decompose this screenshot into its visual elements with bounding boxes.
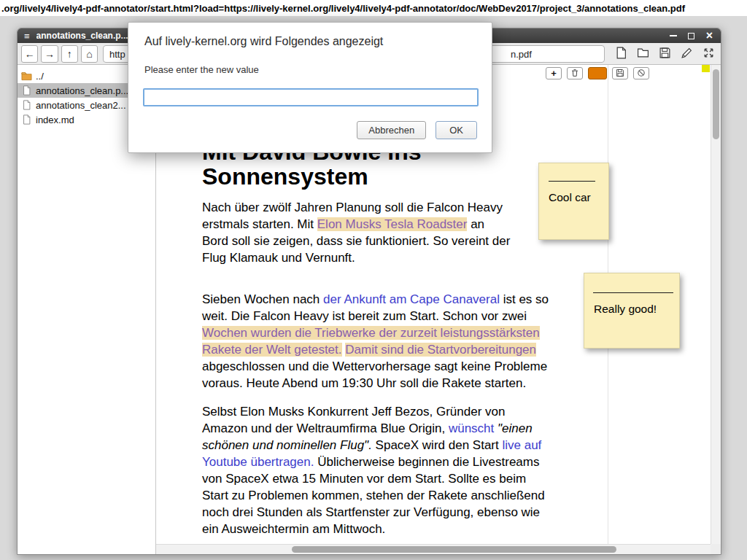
expand-icon	[703, 47, 715, 61]
sticky-note-text: Cool car	[549, 191, 608, 204]
text-run: Sieben Wochen nach	[202, 292, 323, 306]
text-run: SpaceX wird den Start	[372, 438, 503, 452]
maximize-button[interactable]	[686, 31, 696, 41]
file-icon	[21, 85, 32, 96]
text-run: von SpaceX etwa 15 Minuten vor dem Start…	[202, 472, 526, 486]
text-run: an	[467, 217, 484, 231]
text-link[interactable]: live auf	[502, 438, 541, 452]
vertical-scrollbar[interactable]	[711, 65, 721, 544]
file-icon	[21, 100, 32, 110]
file-icon	[21, 114, 32, 125]
folder-icon	[637, 47, 649, 61]
save-file-button[interactable]	[656, 45, 673, 63]
open-folder-button[interactable]	[634, 45, 651, 63]
browser-address-line: .org/lively4/lively4-pdf-annotator/start…	[0, 0, 747, 16]
ok-button[interactable]: OK	[436, 121, 477, 139]
sticky-note[interactable]: Cool car	[538, 163, 609, 240]
highlighted-text: Elon Musks Tesla Roadster	[317, 217, 468, 231]
save-annotations-button[interactable]	[612, 67, 628, 79]
text-run: noch drei Stunden als Startfenster zur V…	[202, 505, 540, 519]
minimize-button[interactable]	[668, 31, 678, 41]
window-controls: ×	[668, 31, 714, 41]
text-run: voraus. Heute Abend um 19:30 Uhr soll di…	[202, 376, 526, 390]
text-run: schönen und nominellen Flug".	[202, 438, 372, 452]
close-button[interactable]: ×	[705, 31, 714, 41]
text-run: Bord soll sie zeigen, dass sie funktioni…	[202, 234, 510, 248]
sticky-note[interactable]: Really good!	[584, 273, 680, 349]
menu-icon[interactable]: ≡	[24, 31, 30, 42]
highlight-color-swatch[interactable]	[588, 67, 607, 79]
highlighted-text: Rakete der Welt getestet.	[202, 343, 342, 357]
sidebar-item-label: ../	[36, 71, 44, 82]
expand-button[interactable]	[700, 45, 717, 63]
text-run: Amazon und der Weltraumfirma Blue Origin…	[202, 421, 449, 435]
scrollbar-corner	[711, 544, 721, 554]
trash-icon	[570, 69, 579, 79]
sidebar-item-label: index.md	[36, 114, 74, 125]
dialog-buttons: Abbrechen OK	[357, 121, 477, 139]
text-run: Flug Klamauk und Vernunft.	[202, 251, 355, 265]
new-file-button[interactable]	[612, 45, 630, 63]
back-button[interactable]: ←	[21, 45, 38, 63]
paragraph: Sieben Wochen nach der Ankunft am Cape C…	[202, 291, 640, 392]
new-file-icon	[615, 47, 627, 61]
delete-annotation-button[interactable]	[567, 67, 583, 79]
horizontal-scrollbar-thumb[interactable]	[292, 546, 616, 553]
url-text-start: http	[109, 49, 125, 60]
cancel-button[interactable]: Abbrechen	[357, 121, 426, 139]
text-run: abgeschlossen und die Wettervorhersage s…	[202, 359, 547, 373]
up-button[interactable]: ↑	[61, 45, 78, 63]
text-run: ein Ausweichtermin am Mittwoch.	[202, 522, 385, 536]
note-line	[593, 292, 673, 293]
maximize-icon	[688, 33, 694, 39]
dialog-prompt: Please enter the new value	[144, 64, 476, 75]
text-run: weit. Die Falcon Heavy ist bereit zum St…	[202, 309, 527, 323]
cancel-annotation-button[interactable]	[633, 67, 649, 79]
home-button[interactable]: ⌂	[81, 45, 98, 63]
sticky-note-text: Really good!	[594, 303, 679, 316]
forward-button[interactable]: →	[41, 45, 58, 63]
minimize-icon	[670, 35, 677, 36]
text-run: Üblicherweise beginnen die Livestreams	[314, 455, 539, 469]
save-icon	[659, 47, 671, 61]
text-run: erstmals starten. Mit	[202, 217, 317, 231]
paragraph: Selbst Elon Musks Konkurrent Jeff Bezos,…	[202, 403, 640, 537]
dialog-title: Auf lively-kernel.org wird Folgendes ang…	[144, 35, 476, 48]
toolbar-actions	[612, 45, 717, 63]
horizontal-scrollbar[interactable]	[156, 544, 711, 554]
save-icon	[616, 69, 624, 79]
article-body: Nach über zwölf Jahren Planung soll die …	[202, 199, 640, 537]
highlighted-text: Wochen wurden die Triebwerke der zurzeit…	[202, 326, 540, 340]
highlighted-text: Damit sind die Startvorbereitungen	[345, 343, 536, 357]
url-text-end: n.pdf	[511, 49, 532, 60]
screen: .org/lively4/lively4-pdf-annotator/start…	[0, 0, 747, 560]
edit-button[interactable]	[678, 45, 695, 63]
page-url-text: .org/lively4/lively4-pdf-annotator/start…	[1, 3, 685, 14]
sidebar-item-label: annotations_clean.p...	[36, 85, 128, 96]
ban-icon	[637, 69, 646, 79]
text-link[interactable]: der Ankunft am Cape Canaveral	[323, 292, 500, 306]
text-run: Nach über zwölf Jahren Planung soll die …	[202, 201, 503, 214]
vertical-scrollbar-thumb[interactable]	[713, 69, 719, 139]
note-line	[549, 181, 595, 182]
text-run: ist es so	[500, 292, 549, 306]
text-link[interactable]: wünscht	[449, 421, 494, 435]
text-run: "einen	[498, 421, 533, 435]
sidebar-item-label: annotations_clean2...	[36, 100, 126, 111]
text-run: Selbst Elon Musks Konkurrent Jeff Bezos,…	[202, 405, 505, 419]
dialog-input[interactable]	[143, 88, 479, 106]
text-run: Start zu Problemen kommen, stehen der Ra…	[202, 489, 545, 502]
add-annotation-button[interactable]: +	[546, 67, 562, 79]
text-link[interactable]: Youtube übertragen.	[202, 455, 314, 469]
scroll-marker[interactable]	[702, 65, 710, 72]
pencil-icon	[681, 47, 693, 61]
prompt-dialog: Auf lively-kernel.org wird Folgendes ang…	[128, 22, 492, 153]
folder-icon	[21, 71, 32, 81]
annotation-toolbar: +	[546, 67, 649, 79]
